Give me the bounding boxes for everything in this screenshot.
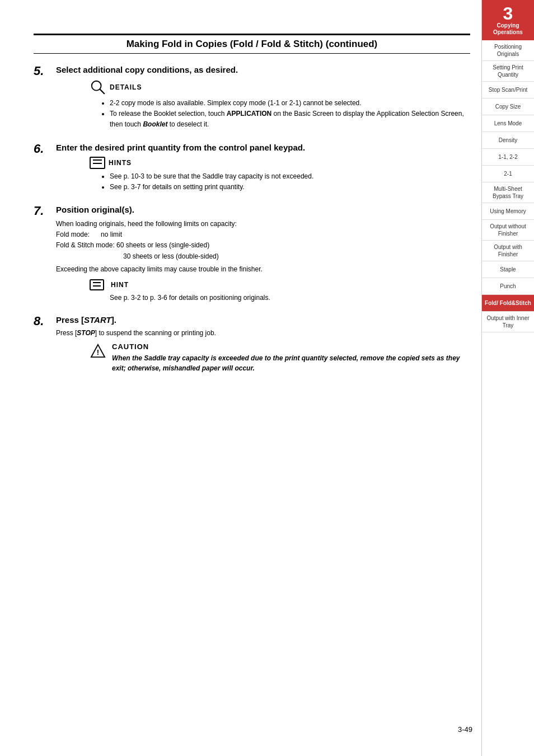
sidebar-chapter: 3 Copying Operations: [482, 0, 534, 40]
hint-header: HINT: [90, 279, 470, 290]
sidebar-item-1-1-2-2[interactable]: 1-1, 2-2: [482, 149, 534, 166]
sidebar-item-punch[interactable]: Punch: [482, 278, 534, 295]
chapter-text-line1: Copying: [497, 22, 519, 29]
sidebar-item-copy-size[interactable]: Copy Size: [482, 98, 534, 115]
chapter-text-line2: Operations: [493, 29, 523, 36]
sidebar-item-lens-mode[interactable]: Lens Mode: [482, 115, 534, 132]
fold-mode-value: no limit: [101, 229, 122, 240]
sidebar-item-2-1[interactable]: 2-1: [482, 166, 534, 182]
caution-content: CAUTION When the Saddle tray capacity is…: [112, 342, 470, 373]
hints-header: HINTS: [90, 157, 470, 169]
sidebar-item-output-without[interactable]: Output without Finisher: [482, 220, 534, 241]
step-8-number: 8.: [34, 314, 56, 328]
details-list: 2-2 copy mode is also available. Simplex…: [110, 98, 470, 130]
hint-text: See p. 3-2 to p. 3-6 for details on posi…: [110, 293, 470, 303]
details-header: DETAILS: [90, 79, 470, 96]
fold-mode-label: Fold mode:: [56, 229, 90, 240]
position-intro: When loading originals, heed the followi…: [56, 219, 470, 229]
hint-box-7: HINT See p. 3-2 to p. 3-6 for details on…: [90, 279, 470, 303]
exceed-text: Exceeding the above capacity limits may …: [56, 264, 470, 275]
hints-label: HINTS: [109, 159, 132, 167]
step-7: 7. Position original(s). When loading or…: [34, 205, 470, 307]
step-5-number: 5.: [34, 64, 56, 78]
chapter-number: 3: [503, 4, 513, 22]
step-7-title: Position original(s).: [56, 205, 470, 214]
hints-box-6: HINTS See p. 10-3 to be sure that the Sa…: [90, 157, 470, 192]
step-6-content: Enter the desired print quantity from th…: [56, 143, 470, 197]
step-8-content: Press [START]. Press [STOP] to suspend t…: [56, 315, 470, 379]
sidebar-item-bypass-tray[interactable]: Multi-Sheet Bypass Tray: [482, 182, 534, 203]
hint-label: HINT: [111, 281, 129, 289]
fold-stitch-line2: 30 sheets or less (double-sided): [123, 251, 470, 262]
hints-item-1: See p. 10-3 to be sure that the Saddle t…: [110, 171, 470, 182]
sidebar-item-stop-scan[interactable]: Stop Scan/Print: [482, 82, 534, 98]
details-item-2: To release the Booklet selection, touch …: [110, 109, 470, 130]
step-6-title: Enter the desired print quantity from th…: [56, 143, 470, 152]
magnifier-svg: [90, 79, 106, 95]
caution-icon: !: [90, 342, 106, 358]
details-label: DETAILS: [110, 83, 142, 91]
svg-text:!: !: [97, 348, 99, 356]
caution-box: ! CAUTION When the Saddle tray capacity …: [90, 342, 470, 373]
warning-triangle-svg: !: [90, 344, 106, 358]
page-wrapper: Making Fold in Copies (Fold / Fold & Sti…: [0, 0, 534, 756]
step-8-title: Press [START].: [56, 315, 470, 325]
fold-stitch-line1: Fold & Stitch mode: 60 sheets or less (s…: [56, 240, 470, 251]
hint-icon-small: [90, 279, 104, 290]
step-5-title: Select additional copy conditions, as de…: [56, 65, 470, 74]
sidebar-item-using-memory[interactable]: Using Memory: [482, 203, 534, 220]
details-item-1: 2-2 copy mode is also available. Simplex…: [110, 98, 470, 109]
main-content: Making Fold in Copies (Fold / Fold & Sti…: [0, 0, 481, 756]
step-8: 8. Press [START]. Press [STOP] to suspen…: [34, 315, 470, 379]
details-icon: [90, 79, 106, 96]
sidebar-item-inner-tray[interactable]: Output with Inner Tray: [482, 312, 534, 332]
sidebar: 3 Copying Operations Positioning Origina…: [481, 0, 534, 756]
step-6-number: 6.: [34, 142, 56, 156]
details-box-5: DETAILS 2-2 copy mode is also available.…: [90, 79, 470, 130]
page-title-bar: Making Fold in Copies (Fold / Fold & Sti…: [34, 34, 470, 54]
position-fold-mode: Fold mode: no limit: [56, 229, 470, 240]
page-title: Making Fold in Copies (Fold / Fold & Sti…: [40, 39, 463, 50]
step-6: 6. Enter the desired print quantity from…: [34, 143, 470, 197]
svg-line-1: [100, 90, 104, 93]
step-5: 5. Select additional copy conditions, as…: [34, 65, 470, 135]
hints-item-2: See p. 3-7 for details on setting print …: [110, 182, 470, 192]
hints-list: See p. 10-3 to be sure that the Saddle t…: [110, 171, 470, 192]
hints-icon: [90, 157, 105, 169]
sidebar-item-setting-print[interactable]: Setting Print Quantity: [482, 61, 534, 82]
step-7-content: Position original(s). When loading origi…: [56, 205, 470, 307]
position-content: When loading originals, heed the followi…: [56, 219, 470, 275]
sidebar-item-output-with-finisher[interactable]: Output with Finisher: [482, 241, 534, 261]
page-number: 3-49: [458, 725, 472, 734]
sidebar-item-positioning[interactable]: Positioning Originals: [482, 40, 534, 61]
sidebar-item-density[interactable]: Density: [482, 132, 534, 149]
sidebar-item-staple[interactable]: Staple: [482, 261, 534, 278]
caution-header: CAUTION: [112, 342, 470, 351]
position-table: Fold mode: no limit Fold & Stitch mode: …: [56, 229, 470, 262]
caution-text: When the Saddle tray capacity is exceede…: [112, 353, 470, 373]
step-8-subtext: Press [STOP] to suspend the scanning or …: [56, 329, 470, 337]
step-5-content: Select additional copy conditions, as de…: [56, 65, 470, 135]
step-7-number: 7.: [34, 204, 56, 218]
sidebar-item-fold[interactable]: Fold/ Fold&Stitch: [482, 295, 534, 312]
